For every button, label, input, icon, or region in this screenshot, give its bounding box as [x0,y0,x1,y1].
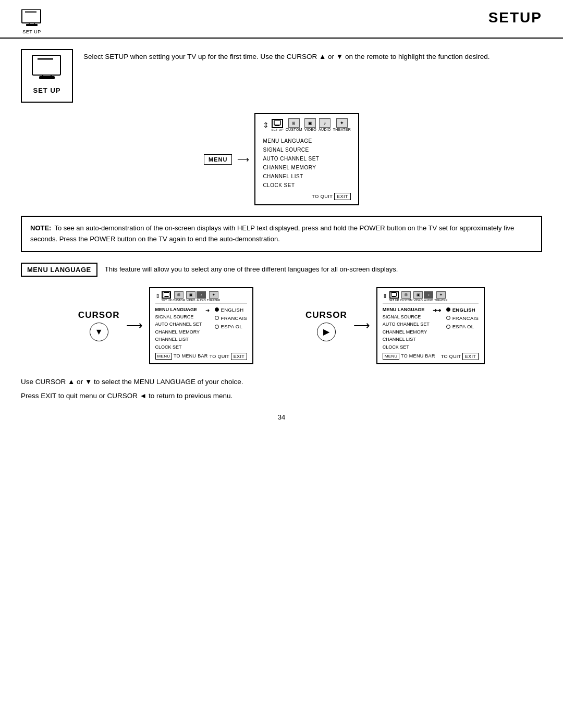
exit-button: EXIT [334,193,351,200]
menu-lang-item-bold: MENU LANGUAGE [155,306,202,313]
header-icon-area: SET UP [21,9,43,34]
icon-custom-label-left: CUSTOM [173,299,185,302]
menu-footer: TO QUIT EXIT [263,193,351,200]
lang-english-label: ENGLISH [221,306,244,314]
cursor-label-right: CURSOR [305,310,347,320]
icon-audio-right: ♪ [424,291,433,299]
list-item: CHANNEL MEMORY [383,328,430,336]
cursor-icon-left: ⇕ [155,293,160,300]
cursor-down-arrow-left: ▼ [90,323,108,341]
icon-video-label-left: VIDEO [186,299,195,302]
radio-espanol-right [446,325,450,329]
tv-icon-menu [274,120,281,127]
menu-mini-btn-right: MENU [383,353,400,360]
lang-english: ENGLISH [215,306,247,314]
menu-screen: ⇕ SET UP ⊞ [254,113,359,205]
exit-btn-right: EXIT [462,353,479,360]
radio-espanol-left [215,325,219,329]
lang-footer-left: MENU TO MENU BAR TO QUIT EXIT [155,353,247,360]
svg-rect-15 [392,297,396,298]
icon-theater: ✦ [336,118,348,128]
page-number: 34 [21,413,542,421]
cursor-right-arrow: ▶ [317,323,336,341]
cursor-up-down-icon: ⇕ [263,121,269,129]
icon-setup-left: SET UP [162,299,172,302]
menu-screen-lang-left: ⇕ SET UP [149,287,253,364]
list-item: SIGNAL SOURCE [263,145,351,154]
menu-language-section: MENU LANGUAGE This feature will allow yo… [21,263,542,364]
double-arrow-right: ➜➜ [433,306,441,315]
icon-custom-left: ⊞ [174,291,183,299]
icon-theater-right: ✦ [436,291,446,299]
list-item: AUTO CHANNEL SET [263,154,351,163]
lang-francais-label: FRANCAIS [221,314,247,322]
icon-custom-right: ⊞ [401,291,411,299]
menu-lang-arrow: ➜ [205,306,210,315]
tv-icon-left [164,292,169,297]
menu-screen-lang-right: ⇕ SET UP [376,287,485,364]
menu-diagram-inner: MENU ⟶ ⇕ [204,113,359,205]
radio-english-left [215,307,219,312]
setup-label: SET UP [29,87,65,94]
page-content: SET UP Select SETUP when setting your TV… [0,39,563,431]
bottom-text: Use CURSOR ▲ or ▼ to select the MENU LAN… [21,375,542,403]
setup-box: SET UP [21,49,73,103]
to-quit-text: TO QUIT [312,194,334,199]
intro-text: Select SETUP when setting your TV up for… [83,49,490,63]
cursor-icon-right: ⇕ [383,293,387,300]
lang-francais-right: FRANCAIS [446,314,479,322]
cursor-diagram-right-group: CURSOR ▶ ⟶ ⇕ [305,287,485,364]
svg-rect-14 [391,293,397,297]
menu-language-header: MENU LANGUAGE This feature will allow yo… [21,263,542,277]
icon-label-theater: THEATER [333,128,351,131]
left-menu-items: MENU LANGUAGE SIGNAL SOURCE AUTO CHANNEL… [155,306,202,351]
lang-francais: FRANCAIS [215,314,247,322]
lang-options-left: ENGLISH FRANCAIS ESPA OL [215,306,247,351]
list-item: CLOCK SET [383,343,430,351]
svg-rect-5 [32,55,60,75]
icon-video-left: ▣ [186,291,195,299]
icon-label-video: VIDEO [304,128,316,131]
icon-label-custom: CUSTOM [286,128,302,131]
list-item: SIGNAL SOURCE [155,313,202,320]
icon-video: ▣ [304,118,316,128]
lang-english-label-right: ENGLISH [452,306,475,314]
icon-custom: ⊞ [288,118,300,128]
lang-espanol: ESPA OL [215,323,247,330]
svg-rect-10 [274,120,280,125]
list-item: CHANNEL LIST [263,172,351,181]
menu-language-badge: MENU LANGUAGE [21,263,97,277]
list-item: AUTO CHANNEL SET [155,320,202,328]
right-menu-items: MENU LANGUAGE SIGNAL SOURCE AUTO CHANNEL… [383,306,430,351]
svg-rect-0 [22,9,41,23]
svg-rect-1 [25,11,36,13]
list-item: CLOCK SET [155,343,202,351]
lang-francais-label-right: FRANCAIS [452,314,479,322]
tv-icon-header [21,9,43,28]
icon-label-audio: AUDIO [319,128,331,131]
svg-rect-2 [26,24,38,26]
list-item: CHANNEL LIST [155,336,202,343]
icon-theater-left: ✦ [209,291,218,299]
cursor-label-left: CURSOR [78,310,120,320]
svg-rect-7 [39,76,55,79]
menu-mini-btn-left: MENU [155,353,173,360]
radio-francais-right [446,316,450,320]
list-item: MENU LANGUAGE [263,137,351,145]
lang-footer-quit-right: TO QUIT EXIT [441,353,479,360]
icon-label-setup: SET UP [271,128,283,131]
lang-footer-right: MENU TO MENU BAR TO QUIT EXIT [383,353,479,360]
svg-rect-11 [275,125,279,126]
note-label: NOTE: [30,224,51,232]
icon-audio-label-right: AUDIO [424,299,433,302]
setup-tv-icon [31,55,63,81]
note-text: To see an auto-demonstration of the on-s… [30,224,514,243]
tv-icon-right [391,292,397,297]
main-menu-diagram: MENU ⟶ ⇕ [21,113,542,205]
list-item: AUTO CHANNEL SET [383,320,430,328]
lang-options-right: ENGLISH FRANCAIS ESPA OL [446,306,479,351]
menu-button-label: MENU [204,154,232,165]
list-item: CHANNEL MEMORY [155,328,202,336]
cursor-diagrams: CURSOR ▼ ⟶ ⇕ [21,287,542,364]
lang-english-right: ENGLISH [446,306,479,314]
